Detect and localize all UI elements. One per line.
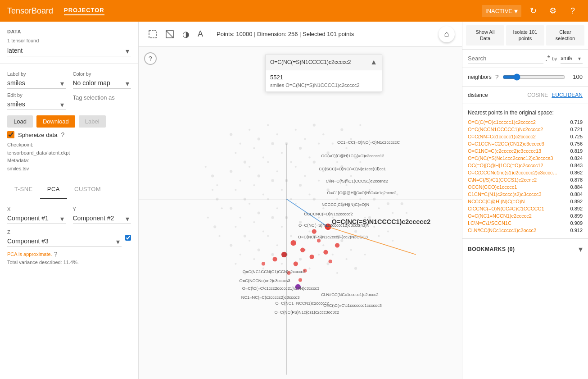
tooltip-smiles-value: O=C(NC(=S)N1CCCC1)c2ccccc2 <box>285 82 359 88</box>
nearest-link[interactable]: ClCCNC(=O)N(CC#C)C1CCCCC1 <box>468 206 544 211</box>
nearest-score: 0.725 <box>567 134 583 139</box>
nearest-score: 0.909 <box>567 220 583 226</box>
svg-point-64 <box>230 207 232 210</box>
nearest-link[interactable]: O=C(CCCNc1nc(s1)c2cccccc2)c3ccccs3 <box>468 170 558 175</box>
svg-point-156 <box>317 239 321 242</box>
isolate-button[interactable]: Isolate 101points <box>506 25 544 46</box>
nearest-link[interactable]: O=C1NC=C(c2ccccc2)c3ccccc13 <box>468 148 541 154</box>
tab-pca[interactable]: PCA <box>40 180 67 199</box>
svg-point-132 <box>406 212 407 214</box>
tab-tsne[interactable]: T-SNE <box>7 180 40 199</box>
tooltip-body: 5521 smiles O=C(NC(=S)N1CCCC1)c2ccccc2 <box>266 70 382 91</box>
label-button[interactable]: Label <box>79 115 106 128</box>
color-by-select-wrapper: No color map ▾ <box>73 78 131 89</box>
scatter-help-button[interactable]: ? <box>144 52 157 65</box>
svg-line-2 <box>166 31 173 38</box>
home-button[interactable]: ⌂ <box>439 26 455 42</box>
nearest-link[interactable]: O=C1CCN=C2CC(CN12)c3ccccc3 <box>468 141 544 146</box>
svg-point-128 <box>387 202 389 205</box>
refresh-button[interactable]: ↻ <box>525 3 541 19</box>
label-6: NCCCC[C@H](N)C(=O)N <box>321 202 369 207</box>
load-button[interactable]: Load <box>7 115 33 128</box>
y-select[interactable]: Component #2 <box>73 213 131 224</box>
euclidean-option[interactable]: EUCLIDEAN <box>552 92 583 98</box>
svg-point-27 <box>308 156 310 158</box>
tooltip-header: O=C(NC(=S)N1CCCC1)c2ccccc2 ▲ <box>266 55 382 70</box>
tab-custom[interactable]: CUSTOM <box>67 180 108 199</box>
edit-by-select[interactable]: smiles <box>7 99 66 110</box>
show-all-button[interactable]: Show AllData <box>466 25 504 46</box>
scatter-container[interactable]: ? O=C(NC(=S)N1CCCC1)c2ccccc2 ▲ 5521 smil… <box>139 47 462 379</box>
select-area-button[interactable] <box>163 27 176 41</box>
edit-by-col: Edit by smiles ▾ <box>7 92 66 110</box>
search-button[interactable]: .* <box>545 55 550 63</box>
svg-point-130 <box>396 193 398 195</box>
bookmarks-collapse-button[interactable]: ▾ <box>579 244 583 254</box>
sphereize-checkbox[interactable] <box>7 131 14 138</box>
label-color-row: Label by smiles ▾ Color by No color map <box>7 71 131 89</box>
nearest-link[interactable]: O=C(NC(=S)Nc1ccc2ccnc12)c3ccccs3 <box>468 155 553 161</box>
action-buttons-row: Load Download Label <box>7 115 131 128</box>
nearest-link[interactable]: C1CN=C(N1)c2cccc(s2)c3ccccc3 <box>468 192 542 197</box>
search-input[interactable] <box>468 53 543 64</box>
canvas-toolbar: ◑ A Points: 10000 | Dimension: 256 | Sel… <box>139 22 462 47</box>
nearest-link[interactable]: NCCCC[C@H](N)C(=O)N <box>468 199 525 204</box>
svg-point-31 <box>346 147 348 149</box>
projector-tab[interactable]: PROJECTOR <box>64 7 104 15</box>
svg-point-98 <box>267 235 269 237</box>
svg-point-37 <box>258 174 260 177</box>
tooltip-close-button[interactable]: ▲ <box>370 58 377 66</box>
svg-point-11 <box>295 129 297 131</box>
isolate-label: Isolate 101points <box>513 29 538 41</box>
svg-point-16 <box>340 128 343 131</box>
svg-point-105 <box>332 254 334 256</box>
label-by-select[interactable]: smiles <box>7 78 66 89</box>
svg-point-107 <box>350 249 352 251</box>
svg-rect-0 <box>149 31 156 38</box>
nearest-link[interactable]: OCCN(CCO)c1ccccc1 <box>468 184 517 190</box>
svg-point-106 <box>340 239 343 242</box>
svg-point-5 <box>240 143 241 145</box>
tensor-select[interactable]: latent <box>7 45 131 56</box>
tag-selection-input[interactable] <box>73 92 131 103</box>
label-4: C\\N=C(/S)\\C1(CCCS1)c2ccenc2 <box>326 179 388 183</box>
color-by-select[interactable]: No color map <box>73 78 131 89</box>
label-10: O=C(NC1CCN(C1)CCN)c2ccccc2 <box>243 269 306 274</box>
nearest-link[interactable]: C\N=C(/S)\C1(CCCS1)c2ccnc2 <box>468 177 537 183</box>
neighbors-slider[interactable] <box>502 73 565 81</box>
clear-selection-button[interactable]: Clearselection <box>546 25 584 46</box>
z-select[interactable]: Component #3 <box>7 236 122 247</box>
label-15: O=C(NC(FS)N1c(cs1)c2ccc3oc3c2 <box>275 310 339 315</box>
nearest-link[interactable]: I.C\N=C\1/SCCN1C <box>468 220 511 226</box>
pca-tab-content: X Component #1 ▾ Y Component #2 ▾ <box>0 199 138 379</box>
svg-point-145 <box>205 166 207 168</box>
nearest-link[interactable]: O=C(C(=O)c1ccccc1)c2ccccc2 <box>468 119 536 125</box>
select-box-button[interactable] <box>146 27 159 41</box>
svg-point-97 <box>258 248 260 251</box>
svg-point-85 <box>290 235 292 237</box>
cosine-option[interactable]: COSINE <box>527 92 548 98</box>
labels-button[interactable]: A <box>195 27 205 41</box>
nearest-score: 0.819 <box>567 148 583 154</box>
nearest-link[interactable]: Cl.N#CC(NCc1ccccc1)c2occc2 <box>468 228 536 233</box>
nearest-link[interactable]: OC(=O)[C@H]1CC(=O)c2ccccc12 <box>468 163 543 168</box>
sphereize-help-icon[interactable]: ? <box>61 131 64 138</box>
scatter-svg[interactable]: O=C(NC(=S)N1CCCC1)c2ccccc2 CC1=CC(=O)NC(… <box>139 47 462 379</box>
neighbors-help-icon[interactable]: ? <box>495 73 499 81</box>
help-button[interactable]: ? <box>565 3 581 19</box>
nearest-link[interactable]: O=C(NN=Cc1ccccc1)c2ccccc2 <box>468 134 536 139</box>
download-button[interactable]: Download <box>36 115 75 128</box>
nearest-link[interactable]: O=C(NC1=NCCN1)c2ccccc2 <box>468 213 532 219</box>
settings-button[interactable]: ⚙ <box>545 3 561 19</box>
status-selector[interactable]: INACTIVE ▾ <box>482 5 521 17</box>
nearest-link[interactable]: O=C(NCCN1CCCCC1)Nc2ccccc2 <box>468 127 543 132</box>
svg-point-56 <box>299 184 302 187</box>
nearest-item: Cl.N#CC(NCc1ccccc1)c2occc2 0.912 <box>468 228 583 233</box>
pca-help-icon[interactable]: ? <box>54 251 58 258</box>
svg-point-25 <box>290 161 292 163</box>
data-section: DATA 1 tensor found latent ▾ <box>0 22 138 64</box>
search-by-select[interactable]: smiles <box>561 53 583 64</box>
night-mode-button[interactable]: ◑ <box>180 27 192 41</box>
x-select[interactable]: Component #1 <box>7 213 66 224</box>
z-checkbox[interactable] <box>125 235 131 241</box>
